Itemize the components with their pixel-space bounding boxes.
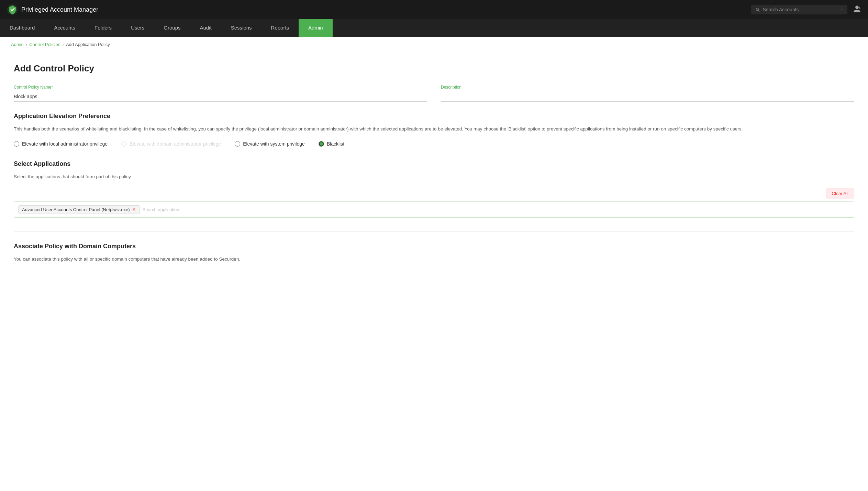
radio-blacklist-label: Blacklist	[327, 141, 344, 147]
elevation-section-desc: This handles both the scenarios of white…	[14, 125, 854, 133]
user-icon[interactable]	[853, 5, 861, 15]
radio-domain-admin[interactable]: Elevate with domain administrator privil…	[121, 141, 221, 147]
radio-local-admin[interactable]: Elevate with local administrator privile…	[14, 141, 108, 147]
breadcrumb-link-admin[interactable]: Admin	[11, 42, 24, 47]
associate-policy-desc: You can associate this policy with all o…	[14, 255, 854, 263]
breadcrumb-sep-2: ›	[63, 42, 64, 47]
radio-domain-admin-input[interactable]	[121, 141, 127, 147]
search-icon	[755, 7, 760, 12]
form-group-description: Description	[441, 85, 854, 102]
description-input[interactable]	[441, 92, 854, 102]
radio-blacklist-input[interactable]	[319, 141, 324, 147]
app-search-input[interactable]	[143, 207, 850, 212]
radio-blacklist[interactable]: Blacklist	[319, 141, 344, 147]
select-apps-desc: Select the applications that should form…	[14, 173, 854, 181]
form-group-name: Control Policy Name*	[14, 85, 427, 102]
select-apps-section: Select Applications Select the applicati…	[14, 160, 854, 218]
app-tag: Advanced User Accounts Control Panel (Ne…	[18, 205, 140, 214]
elevation-radio-group: Elevate with local administrator privile…	[14, 141, 854, 147]
nav-item-sessions[interactable]: Sessions	[221, 19, 261, 37]
header: Privileged Account Manager	[0, 0, 868, 19]
radio-system-label: Elevate with system privilege	[243, 141, 305, 147]
search-bar[interactable]	[751, 5, 847, 14]
elevation-section: Application Elevation Preference This ha…	[14, 113, 854, 147]
breadcrumb: Admin › Control Policies › Add Applicati…	[0, 37, 868, 52]
app-name: Privileged Account Manager	[21, 6, 98, 13]
app-logo: Privileged Account Manager	[7, 4, 98, 15]
section-divider	[14, 231, 854, 232]
chevron-down-icon	[840, 8, 843, 12]
clear-all-button[interactable]: Clear All	[826, 189, 854, 198]
associate-policy-section: Associate Policy with Domain Computers Y…	[14, 243, 854, 263]
policy-name-input[interactable]	[14, 92, 427, 102]
nav-item-folders[interactable]: Folders	[85, 19, 121, 37]
breadcrumb-current: Add Application Policy	[66, 42, 110, 47]
app-tag-remove[interactable]: ✕	[132, 207, 136, 212]
nav-item-admin[interactable]: Admin	[299, 19, 333, 37]
radio-domain-admin-label: Elevate with domain administrator privil…	[130, 141, 221, 147]
page-title: Add Control Policy	[14, 63, 854, 74]
main-content: Add Control Policy Control Policy Name* …	[0, 52, 868, 491]
nav-item-accounts[interactable]: Accounts	[44, 19, 85, 37]
select-apps-header: Clear All	[14, 189, 854, 198]
nav-item-reports[interactable]: Reports	[261, 19, 299, 37]
app-search-container[interactable]: Advanced User Accounts Control Panel (Ne…	[14, 201, 854, 218]
nav-item-dashboard[interactable]: Dashboard	[0, 19, 44, 37]
policy-name-label: Control Policy Name*	[14, 85, 427, 90]
breadcrumb-sep-1: ›	[26, 42, 27, 47]
select-apps-title: Select Applications	[14, 160, 854, 168]
description-label: Description	[441, 85, 854, 90]
elevation-section-title: Application Elevation Preference	[14, 113, 854, 120]
main-nav: Dashboard Accounts Folders Users Groups …	[0, 19, 868, 37]
associate-policy-title: Associate Policy with Domain Computers	[14, 243, 854, 250]
logo-icon	[7, 4, 18, 15]
form-row-basic: Control Policy Name* Description	[14, 85, 854, 102]
header-right	[751, 5, 861, 15]
search-input[interactable]	[763, 7, 837, 12]
radio-local-admin-input[interactable]	[14, 141, 19, 147]
radio-local-admin-label: Elevate with local administrator privile…	[22, 141, 108, 147]
nav-item-users[interactable]: Users	[121, 19, 154, 37]
radio-system-input[interactable]	[235, 141, 240, 147]
nav-item-groups[interactable]: Groups	[154, 19, 190, 37]
radio-system[interactable]: Elevate with system privilege	[235, 141, 305, 147]
app-tag-label: Advanced User Accounts Control Panel (Ne…	[22, 207, 130, 212]
breadcrumb-link-control-policies[interactable]: Control Policies	[29, 42, 60, 47]
nav-item-audit[interactable]: Audit	[190, 19, 221, 37]
